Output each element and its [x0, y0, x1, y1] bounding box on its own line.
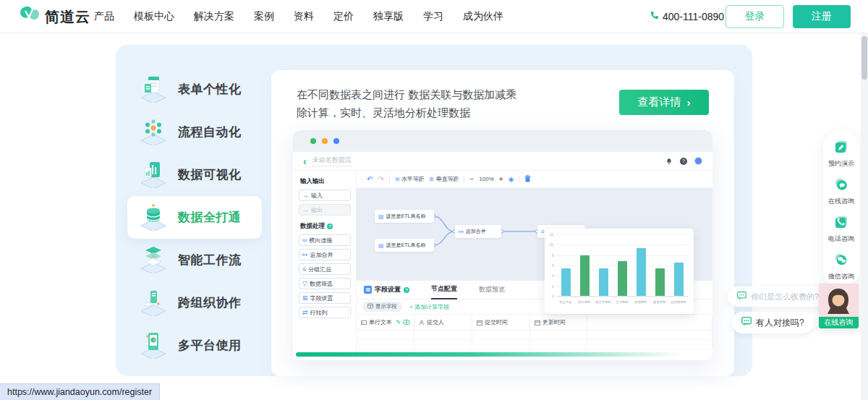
- append-merge-node[interactable]: ↦追加合并: [455, 225, 501, 238]
- tab-data-preview[interactable]: 数据预览: [479, 281, 505, 299]
- nav-item-6[interactable]: 独享版: [373, 10, 404, 23]
- help-icon[interactable]: ?: [680, 158, 687, 165]
- progress-gradient-bar: [296, 352, 682, 357]
- question-badge-icon[interactable]: ?: [327, 224, 333, 229]
- zoom-out-icon[interactable]: −: [469, 176, 474, 183]
- table-cell: [357, 331, 414, 339]
- palette-process-button-4[interactable]: ⊞字段设置: [299, 292, 351, 304]
- chart-gridline: [556, 234, 688, 235]
- sidebar-item-5[interactable]: 跨组织协作: [127, 281, 262, 324]
- table-header-0[interactable]: 单行文本✎: [357, 315, 414, 330]
- float-item-1[interactable]: 在线咨询: [828, 177, 854, 206]
- chart-bar: [561, 268, 571, 297]
- chat-bubble-contact[interactable]: 有人对接吗?: [732, 312, 814, 333]
- chat-bubble-pricing[interactable]: 你们是怎么收费的?: [728, 286, 828, 307]
- nav-item-1[interactable]: 模板中心: [134, 10, 174, 23]
- etl-table-node-1[interactable]: ▤这里是ETL表名称: [375, 210, 434, 223]
- palette-io-button-1: →输出: [299, 204, 351, 216]
- show-fields-pill[interactable]: 显示字段: [362, 302, 402, 312]
- field-settings-icon: ⊞: [364, 286, 372, 294]
- chart-gridline: [556, 297, 688, 297]
- sidebar-item-label: 数据可视化: [178, 166, 242, 183]
- column-tools: ✎: [396, 319, 410, 325]
- trash-icon[interactable]: [524, 175, 531, 184]
- table-header-2[interactable]: 提交时间: [472, 315, 530, 330]
- palette-process-button-3[interactable]: ▽数据筛选: [299, 278, 351, 289]
- back-chevron-icon[interactable]: ‹: [303, 156, 307, 167]
- table-cell: [357, 340, 414, 349]
- page-scrollbar[interactable]: [861, 33, 868, 400]
- nav-item-3[interactable]: 案例: [254, 10, 274, 23]
- tab-node-config[interactable]: 节点配置: [431, 281, 457, 299]
- collaboration-icon: [139, 287, 168, 319]
- chart-xlabel: 经理审批: [634, 299, 647, 304]
- sidebar-item-2[interactable]: 数据可视化: [127, 153, 262, 196]
- sidebar-item-1[interactable]: 流程自动化: [127, 111, 262, 153]
- horizontal-space-button[interactable]: ≡水平等距: [395, 175, 425, 183]
- calendar-icon: [477, 320, 482, 325]
- nav-item-5[interactable]: 定价: [333, 10, 354, 23]
- palette-process-button-0[interactable]: ∞横向连接: [299, 234, 351, 246]
- table-header-label: 更新时间: [542, 318, 566, 326]
- float-item-label: 微信咨询: [828, 272, 854, 281]
- table-cell: [472, 340, 530, 349]
- person-icon: [419, 320, 425, 325]
- palette-process-button-2[interactable]: ≡分组汇总: [299, 263, 351, 275]
- question-badge-icon[interactable]: ?: [404, 287, 409, 293]
- float-item-3[interactable]: 微信咨询: [828, 252, 854, 281]
- edit-icon[interactable]: ✎: [396, 319, 401, 325]
- float-item-2[interactable]: 电话咨询: [828, 215, 854, 244]
- io-section-header: 输入输出: [300, 177, 325, 186]
- nav-item-0[interactable]: 产品: [94, 10, 114, 23]
- description-line-2: 除计算，实时、灵活地分析处理数据: [297, 103, 600, 122]
- field-icon: ⊞: [302, 295, 308, 302]
- locate-icon[interactable]: ◈: [509, 176, 514, 183]
- visualization-icon: [139, 159, 168, 191]
- sidebar-item-3[interactable]: 数据全打通: [127, 196, 262, 239]
- palette-io-button-0[interactable]: →输入: [299, 190, 351, 201]
- dataflow-title[interactable]: 未命名数据流: [312, 156, 352, 166]
- table-header-3[interactable]: 更新时间: [530, 315, 587, 330]
- redo-icon[interactable]: ↷: [378, 176, 383, 183]
- palette-process-button-1[interactable]: ↦追加合并: [299, 249, 351, 260]
- eye-icon[interactable]: [403, 320, 410, 325]
- user-avatar[interactable]: [694, 157, 702, 165]
- vertical-space-button[interactable]: ≡垂直等距: [430, 175, 459, 183]
- workflow-icon: [139, 244, 168, 276]
- zoom-in-icon[interactable]: +: [499, 176, 503, 183]
- bell-icon[interactable]: [665, 155, 673, 168]
- float-item-0[interactable]: 预约演示: [828, 140, 854, 169]
- demo-pencil-icon: [834, 140, 848, 157]
- sidebar-item-6[interactable]: 多平台使用: [127, 324, 262, 367]
- window-dot-blue: [333, 138, 339, 144]
- group-icon: ≡: [541, 229, 545, 235]
- nav-item-4[interactable]: 资料: [294, 10, 314, 23]
- sidebar-item-4[interactable]: 智能工作流: [127, 239, 262, 281]
- sidebar-item-0[interactable]: 表单个性化: [127, 68, 262, 111]
- chart-ytick: 0: [552, 295, 554, 299]
- nav-item-7[interactable]: 学习: [423, 10, 443, 23]
- online-agent-avatar[interactable]: 在线咨询: [819, 284, 859, 328]
- input-icon: →: [302, 192, 309, 199]
- etl-table-node-2[interactable]: ▤这里是ETL表名称: [375, 239, 434, 252]
- login-button[interactable]: 登录: [726, 5, 784, 28]
- palette-process-button-5[interactable]: ⇄行转列: [299, 307, 351, 318]
- nav-item-2[interactable]: 解决方案: [194, 10, 234, 23]
- chart-bar: [618, 261, 627, 297]
- chart-ytick: 8: [552, 253, 554, 257]
- chart-gridline: [556, 255, 688, 256]
- chart-ytick: 10: [550, 243, 553, 247]
- register-button[interactable]: 注册: [793, 5, 851, 28]
- palette-io-button-label: 输入: [311, 192, 323, 200]
- view-details-button[interactable]: 查看详情 ›: [619, 90, 709, 115]
- add-calc-field-button[interactable]: + 添加计算字段: [409, 303, 449, 311]
- chart-xlabel: 副主管审批: [595, 299, 611, 304]
- tab-field-settings[interactable]: ⊞ 字段设置 ?: [364, 285, 409, 294]
- nav-item-8[interactable]: 成为伙伴: [463, 10, 503, 23]
- group-icon: ≡: [302, 266, 306, 273]
- phone-number: 400-111-0890: [650, 0, 724, 33]
- scrollbar-thumb[interactable]: [861, 36, 867, 80]
- undo-icon[interactable]: ↶: [367, 176, 373, 183]
- table-header-1[interactable]: 提交人: [414, 315, 472, 330]
- logo[interactable]: 简道云: [19, 6, 90, 28]
